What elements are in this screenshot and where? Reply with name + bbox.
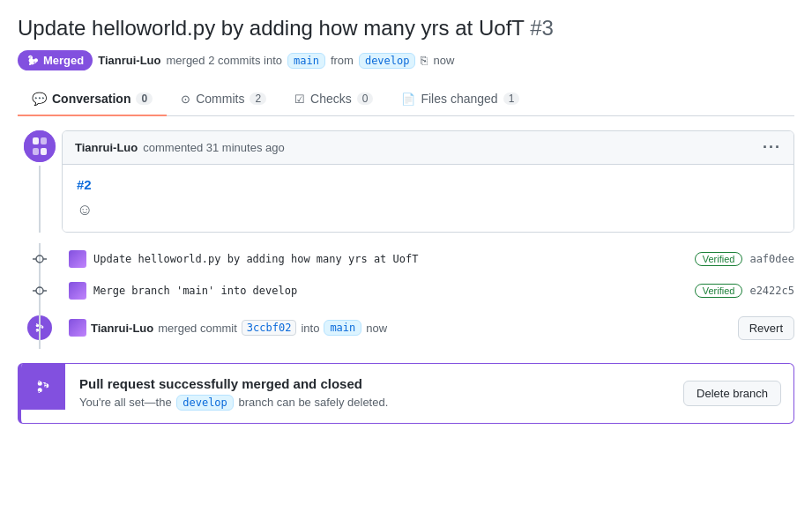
merged-banner: Pull request successfully merged and clo… [18, 363, 794, 424]
svg-rect-4 [41, 148, 47, 155]
pr-number: #3 [530, 16, 554, 40]
tab-checks-label: Checks [310, 92, 352, 106]
merged-badge: Merged [18, 50, 93, 70]
commit-hash-2[interactable]: e2422c5 [749, 285, 794, 297]
revert-button[interactable]: Revert [738, 316, 794, 340]
merge-user-icon [69, 319, 86, 337]
commit-icon-2 [33, 284, 47, 298]
pr-meta: Merged Tianrui-Luo merged 2 commits into… [18, 50, 794, 70]
banner-desc-text: You're all set—the [79, 396, 172, 409]
svg-point-5 [36, 256, 43, 263]
tab-checks-count: 0 [357, 93, 374, 105]
tab-conversation-count: 0 [136, 93, 153, 105]
comment-time: commented 31 minutes ago [143, 141, 284, 154]
merged-banner-title: Pull request successfully merged and clo… [79, 376, 669, 391]
file-icon: 📄 [401, 93, 415, 106]
svg-rect-1 [33, 137, 39, 144]
commits-icon: ⊙ [181, 93, 190, 106]
delete-branch-button[interactable]: Delete branch [683, 381, 781, 406]
merge-action: merged commit [158, 322, 237, 335]
comment-body: #2 ☺ [63, 165, 793, 232]
verified-badge-2: Verified [695, 284, 743, 298]
commit-user-icon-2 [69, 282, 86, 300]
merge-actor[interactable]: Tianrui-Luo [91, 322, 153, 335]
merged-banner-body: Pull request successfully merged and clo… [65, 364, 683, 423]
merge-time: now [366, 322, 387, 335]
merge-icon [26, 55, 39, 67]
avatar-svg [24, 130, 56, 162]
meta-actor[interactable]: Tianrui-Luo [98, 54, 160, 67]
svg-rect-2 [41, 137, 47, 144]
comment-menu[interactable]: ··· [763, 138, 781, 157]
banner-develop-tag[interactable]: develop [176, 395, 234, 411]
emoji-reaction[interactable]: ☺ [77, 201, 779, 219]
comment-header: Tianrui-Luo commented 31 minutes ago ··· [63, 131, 793, 165]
meta-action: merged 2 commits into [167, 54, 283, 67]
pr-title: Update helloworld.py by adding how many … [18, 14, 794, 41]
commit-user-icon-1 [69, 250, 86, 268]
meta-from: from [331, 54, 354, 67]
merge-commit-ref[interactable]: 3ccbf02 [242, 320, 297, 336]
commit-message-2[interactable]: Merge branch 'main' into develop [93, 285, 688, 297]
avatar [24, 130, 56, 162]
merge-banner-svg [34, 378, 52, 396]
tab-files-count: 1 [503, 93, 520, 105]
commenter-name[interactable]: Tianrui-Luo [75, 141, 138, 154]
commit-message-1[interactable]: Update helloworld.py by adding how many … [93, 253, 688, 265]
tab-conversation-label: Conversation [52, 92, 130, 106]
commit-icon-1 [33, 252, 47, 266]
merge-branch[interactable]: main [324, 320, 361, 336]
merged-label: Merged [43, 54, 84, 67]
pr-title-text: Update helloworld.py by adding how many … [18, 16, 525, 40]
tab-commits[interactable]: ⊙ Commits 2 [167, 83, 280, 116]
tab-files-label: Files changed [421, 92, 497, 106]
svg-point-8 [36, 287, 43, 294]
copy-icon[interactable]: ⎘ [421, 54, 428, 67]
svg-rect-0 [24, 130, 56, 162]
target-branch[interactable]: main [287, 53, 325, 69]
svg-rect-3 [33, 148, 39, 155]
tab-conversation[interactable]: 💬 Conversation 0 [18, 83, 167, 116]
chat-icon: 💬 [32, 92, 47, 106]
checks-icon: ☑ [294, 93, 305, 106]
merge-event-row: Tianrui-Luo merged commit 3ccbf02 into m… [18, 307, 794, 349]
tab-commits-count: 2 [250, 93, 266, 105]
verified-badge-1: Verified [695, 252, 743, 266]
tab-checks[interactable]: ☑ Checks 0 [280, 83, 387, 116]
merge-into: into [301, 322, 319, 335]
merged-banner-icon [21, 364, 65, 410]
comment-box: Tianrui-Luo commented 31 minutes ago ···… [62, 130, 794, 233]
banner-suffix: branch can be safely deleted. [238, 396, 388, 409]
meta-time: now [433, 54, 454, 67]
tab-files[interactable]: 📄 Files changed 1 [387, 83, 533, 116]
commit-row-2: Merge branch 'main' into develop Verifie… [62, 275, 794, 307]
source-branch[interactable]: develop [359, 53, 416, 69]
tabs-bar: 💬 Conversation 0 ⊙ Commits 2 ☑ Checks 0 … [18, 83, 794, 116]
comment-ref[interactable]: #2 [77, 177, 779, 192]
tab-commits-label: Commits [196, 92, 244, 106]
merged-banner-desc: You're all set—the develop branch can be… [79, 395, 669, 411]
commit-row-1: Update helloworld.py by adding how many … [62, 243, 794, 275]
commit-hash-1[interactable]: aaf0dee [749, 253, 794, 265]
